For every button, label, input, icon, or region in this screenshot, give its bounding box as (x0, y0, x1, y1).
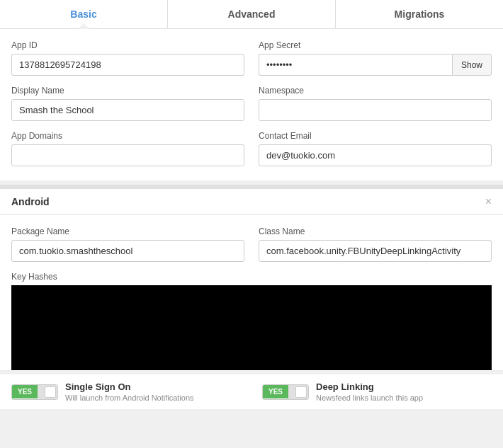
deep-linking-title: Deep Linking (316, 381, 423, 392)
app-secret-label: App Secret (259, 40, 492, 50)
namespace-label: Namespace (259, 86, 492, 96)
app-domains-group: App Domains (11, 131, 244, 166)
toggle-sso: YES Single Sign On Will launch from Andr… (11, 381, 241, 402)
android-header: Android × (0, 189, 503, 215)
display-name-input[interactable] (11, 99, 244, 121)
basic-section: App ID App Secret Show Display Name Name… (0, 29, 503, 180)
app-id-label: App ID (11, 40, 244, 50)
sso-toggle-switch[interactable]: YES (11, 384, 58, 400)
android-body: Package Name Class Name Key Hashes (0, 215, 503, 370)
sso-subtitle: Will launch from Android Notifications (65, 394, 194, 402)
package-name-input[interactable] (11, 240, 244, 262)
android-close-button[interactable]: × (485, 196, 492, 207)
android-title: Android (11, 196, 50, 207)
tab-migrations-label: Migrations (395, 8, 445, 20)
row-appid-secret: App ID App Secret Show (11, 40, 492, 76)
app-secret-field-wrapper: Show (259, 54, 492, 76)
toggles-section: YES Single Sign On Will launch from Andr… (0, 374, 503, 409)
namespace-input[interactable] (259, 99, 492, 121)
namespace-group: Namespace (259, 86, 492, 121)
row-package-class: Package Name Class Name (11, 226, 492, 262)
package-name-group: Package Name (11, 226, 244, 262)
deep-linking-yes-label: YES (263, 385, 288, 398)
toggle-deep-linking: YES Deep Linking Newsfeed links launch t… (262, 381, 492, 402)
deep-linking-toggle-switch[interactable]: YES (262, 384, 309, 400)
class-name-label: Class Name (259, 226, 492, 236)
sso-yes-label: YES (12, 385, 38, 398)
app-secret-input[interactable] (259, 54, 452, 76)
package-name-label: Package Name (11, 226, 244, 236)
display-name-group: Display Name (11, 86, 244, 121)
deep-linking-toggle-text: Deep Linking Newsfeed links launch this … (316, 381, 423, 402)
deep-linking-toggle-thumb (295, 386, 307, 398)
tab-basic-label: Basic (70, 8, 96, 20)
tab-advanced-label: Advanced (228, 8, 276, 20)
sso-title: Single Sign On (65, 381, 194, 392)
key-hashes-label: Key Hashes (11, 272, 492, 282)
tab-migrations[interactable]: Migrations (336, 0, 503, 28)
contact-email-label: Contact Email (259, 131, 492, 141)
android-section: Android × Package Name Class Name Key Ha… (0, 189, 503, 370)
row-displayname-namespace: Display Name Namespace (11, 86, 492, 121)
app-id-input[interactable] (11, 54, 244, 76)
key-hashes-area (11, 285, 492, 370)
tabs-bar: Basic Advanced Migrations (0, 0, 503, 29)
app-secret-group: App Secret Show (259, 40, 492, 76)
contact-email-input[interactable] (259, 144, 492, 166)
deep-linking-subtitle: Newsfeed links launch this app (316, 394, 423, 402)
sso-toggle-track (38, 385, 57, 399)
class-name-input[interactable] (259, 240, 492, 262)
app-domains-label: App Domains (11, 131, 244, 141)
app-domains-input[interactable] (11, 144, 244, 166)
sso-toggle-thumb (45, 386, 56, 398)
contact-email-group: Contact Email (259, 131, 492, 166)
class-name-group: Class Name (259, 226, 492, 262)
tab-basic[interactable]: Basic (0, 0, 168, 28)
deep-linking-toggle-track (288, 385, 308, 399)
row-domains-email: App Domains Contact Email (11, 131, 492, 166)
key-hashes-group: Key Hashes (11, 272, 492, 370)
show-secret-button[interactable]: Show (452, 54, 492, 76)
display-name-label: Display Name (11, 86, 244, 96)
tab-advanced[interactable]: Advanced (168, 0, 336, 28)
sso-toggle-text: Single Sign On Will launch from Android … (65, 381, 194, 402)
app-id-group: App ID (11, 40, 244, 76)
